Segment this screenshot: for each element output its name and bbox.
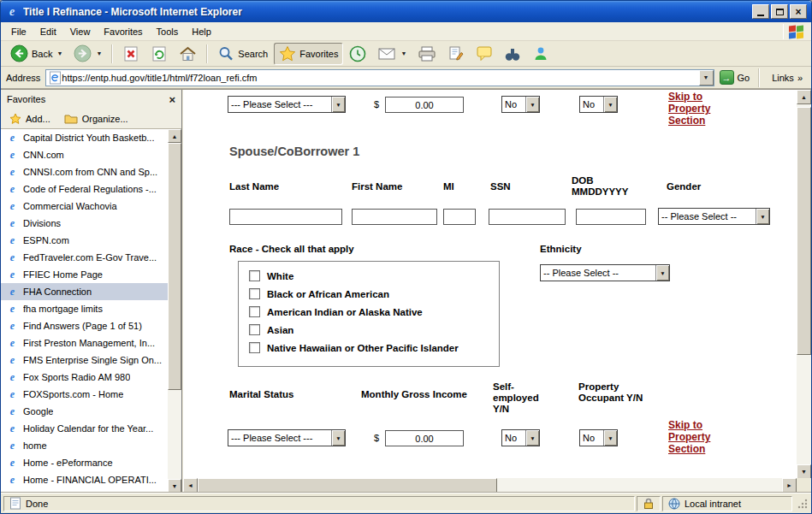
favorite-item[interactable]: eFMS Enterprise Single Sign On... bbox=[1, 352, 168, 369]
scroll-down-icon[interactable]: ▼ bbox=[168, 479, 181, 493]
favorites-add-button[interactable]: Add... bbox=[9, 113, 50, 125]
favorite-item[interactable]: eCNNSI.com from CNN and Sp... bbox=[1, 163, 168, 180]
ssn-input[interactable] bbox=[489, 209, 566, 225]
favorite-item[interactable]: eFox Sports Radio AM 980 bbox=[1, 369, 168, 386]
race-option-american-indian[interactable]: American Indian or Alaska Native bbox=[249, 306, 489, 317]
checkbox-icon[interactable] bbox=[249, 270, 260, 281]
horizontal-scrollbar[interactable]: ◄ ► bbox=[183, 478, 797, 493]
favorites-organize-button[interactable]: Organize... bbox=[64, 113, 128, 124]
monthly-income-input[interactable] bbox=[385, 430, 464, 446]
links-button[interactable]: Links » bbox=[768, 73, 806, 83]
race-option-white[interactable]: White bbox=[249, 270, 489, 281]
ie-favicon: e bbox=[7, 217, 18, 230]
mail-dropdown-icon[interactable]: ▼ bbox=[400, 50, 406, 56]
dob-label: DOB MMDDYYYY bbox=[572, 175, 638, 198]
checkbox-icon[interactable] bbox=[249, 288, 260, 299]
favorite-item[interactable]: eFirst Preston Management, In... bbox=[1, 334, 168, 352]
checkbox-icon[interactable] bbox=[249, 324, 260, 335]
minimize-button[interactable] bbox=[752, 4, 769, 19]
favorite-item[interactable]: eFFIEC Home Page bbox=[1, 266, 168, 283]
gender-select[interactable]: -- Please Select -- ▼ bbox=[658, 208, 770, 225]
race-option-black[interactable]: Black or African American bbox=[249, 288, 489, 299]
race-option-asian[interactable]: Asian bbox=[249, 324, 489, 335]
scroll-right-icon[interactable]: ► bbox=[782, 478, 797, 493]
checkbox-icon[interactable] bbox=[249, 306, 260, 317]
first-name-input[interactable] bbox=[352, 209, 437, 225]
favorite-item[interactable]: eHome - FINANCIAL OPERATI... bbox=[1, 471, 168, 488]
mail-button[interactable]: ▼ bbox=[372, 43, 412, 65]
favorite-item[interactable]: eHome - ePeformance bbox=[1, 454, 168, 471]
favorite-item[interactable]: eCapital District Youth Basketb... bbox=[1, 129, 168, 146]
dob-input[interactable] bbox=[576, 209, 646, 225]
vertical-scrollbar[interactable]: ▲ ▼ bbox=[797, 90, 811, 479]
scrollbar-thumb[interactable] bbox=[198, 478, 497, 493]
race-option-native-hawaiian[interactable]: Native Hawaiian or Other Pacific Islande… bbox=[249, 342, 489, 353]
checkbox-icon[interactable] bbox=[249, 342, 260, 353]
scrollbar-thumb[interactable] bbox=[168, 143, 181, 390]
self-employed-select-top[interactable]: No ▼ bbox=[501, 96, 540, 113]
marital-status-select-top[interactable]: --- Please Select --- ▼ bbox=[228, 96, 346, 113]
favorites-button[interactable]: Favorites bbox=[274, 43, 343, 65]
home-button[interactable] bbox=[174, 43, 202, 65]
security-zone-label: Local intranet bbox=[685, 499, 741, 509]
scrollbar-thumb[interactable] bbox=[797, 107, 811, 355]
favorite-item[interactable]: eDivisions bbox=[1, 215, 168, 232]
menu-tools[interactable]: Tools bbox=[150, 24, 186, 39]
scroll-down-icon[interactable]: ▼ bbox=[797, 464, 811, 479]
favorite-item[interactable]: ehome bbox=[1, 437, 168, 454]
menu-view[interactable]: View bbox=[63, 24, 98, 39]
favorite-item[interactable]: eESPN.com bbox=[1, 232, 168, 249]
address-dropdown-icon[interactable]: ▼ bbox=[699, 70, 714, 86]
search-label: Search bbox=[238, 49, 268, 59]
refresh-button[interactable] bbox=[145, 43, 173, 65]
maximize-button[interactable] bbox=[771, 4, 788, 19]
scroll-left-icon[interactable]: ◄ bbox=[183, 478, 198, 493]
ethnicity-select[interactable]: -- Please Select -- ▼ bbox=[540, 264, 670, 281]
favorites-close-button[interactable]: × bbox=[169, 94, 175, 105]
history-button[interactable] bbox=[344, 43, 371, 65]
skip-to-property-link[interactable]: Skip to Property Section bbox=[668, 419, 726, 455]
favorite-item[interactable]: eFOXSports.com - Home bbox=[1, 386, 168, 403]
menu-favorites[interactable]: Favorites bbox=[97, 24, 149, 39]
mi-input[interactable] bbox=[443, 209, 476, 225]
resize-grip[interactable] bbox=[796, 497, 809, 510]
ie-favicon: e bbox=[7, 457, 18, 470]
self-employed-select[interactable]: No ▼ bbox=[501, 429, 540, 446]
last-name-input[interactable] bbox=[229, 209, 342, 225]
edit-button[interactable] bbox=[442, 43, 470, 65]
favorite-item[interactable]: eCommercial Wachovia bbox=[1, 198, 168, 215]
print-button[interactable] bbox=[412, 43, 442, 65]
favorite-item[interactable]: eFedTraveler.com E-Gov Trave... bbox=[1, 249, 168, 266]
stop-button[interactable] bbox=[117, 43, 145, 65]
discuss-button[interactable] bbox=[471, 43, 498, 65]
menu-file[interactable]: File bbox=[4, 24, 33, 39]
go-button[interactable]: → Go bbox=[720, 70, 750, 85]
scroll-up-icon[interactable]: ▲ bbox=[797, 90, 811, 104]
favorite-item-selected[interactable]: eFHA Connection bbox=[1, 283, 168, 300]
search-button[interactable]: Search bbox=[212, 43, 273, 65]
favorite-item[interactable]: eCNN.com bbox=[1, 146, 168, 163]
favorite-item[interactable]: efha mortgage limits bbox=[1, 300, 168, 317]
forward-history-dropdown-icon[interactable]: ▼ bbox=[96, 50, 102, 56]
close-button[interactable]: × bbox=[790, 4, 807, 19]
scroll-up-icon[interactable]: ▲ bbox=[168, 129, 181, 143]
back-button[interactable]: Back ▼ bbox=[5, 43, 68, 65]
favorite-item[interactable]: eFind Answers (Page 1 of 51) bbox=[1, 317, 168, 334]
back-history-dropdown-icon[interactable]: ▼ bbox=[56, 50, 62, 56]
skip-to-property-link-top[interactable]: Skip to Property Section bbox=[668, 91, 726, 127]
favorite-item[interactable]: eCode of Federal Regulations -... bbox=[1, 180, 168, 198]
forward-button[interactable]: ▼ bbox=[68, 43, 107, 65]
monthly-income-input-top[interactable] bbox=[385, 97, 464, 113]
menu-help[interactable]: Help bbox=[185, 24, 218, 39]
property-occupant-select-top[interactable]: No ▼ bbox=[579, 96, 618, 113]
favorite-item[interactable]: eHoliday Calendar for the Year... bbox=[1, 420, 168, 437]
address-input[interactable]: https://entp.hud.gov/title1/html/f72loan… bbox=[45, 69, 714, 86]
marital-status-select[interactable]: --- Please Select --- ▼ bbox=[228, 429, 346, 446]
messenger-button[interactable] bbox=[527, 43, 554, 65]
links-chevron-icon: » bbox=[797, 73, 803, 83]
favorites-scrollbar[interactable]: ▲ ▼ bbox=[168, 129, 181, 493]
favorite-item[interactable]: eGoogle bbox=[1, 403, 168, 420]
property-occupant-select[interactable]: No ▼ bbox=[579, 429, 618, 446]
menu-edit[interactable]: Edit bbox=[33, 24, 63, 39]
research-button[interactable] bbox=[499, 43, 526, 65]
